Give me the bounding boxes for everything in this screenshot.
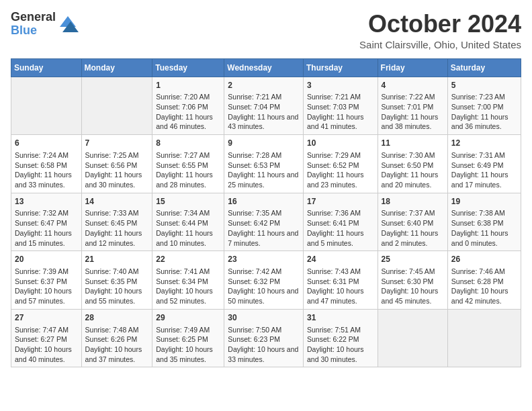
day-info: Sunrise: 7:41 AM <box>156 267 220 277</box>
day-info: Daylight: 11 hours and 23 minutes. <box>307 170 374 189</box>
calendar-cell: 11Sunrise: 7:30 AMSunset: 6:50 PMDayligh… <box>378 135 447 193</box>
day-info: Sunset: 6:56 PM <box>85 161 149 171</box>
day-info: Daylight: 11 hours and 5 minutes. <box>307 228 374 248</box>
day-info: Sunrise: 7:22 AM <box>382 92 444 102</box>
day-info: Daylight: 11 hours and 25 minutes. <box>228 170 300 189</box>
day-number: 8 <box>156 138 220 149</box>
day-info: Sunset: 6:22 PM <box>307 334 374 345</box>
day-number: 9 <box>228 138 300 149</box>
day-info: Sunrise: 7:27 AM <box>156 150 220 161</box>
calendar-cell: 26Sunrise: 7:46 AMSunset: 6:28 PMDayligh… <box>447 251 521 310</box>
day-info: Sunset: 6:55 PM <box>156 161 220 171</box>
day-number: 17 <box>307 196 374 208</box>
day-number: 5 <box>451 80 517 91</box>
day-number: 29 <box>156 312 220 324</box>
day-number: 31 <box>307 312 374 324</box>
day-info: Sunset: 7:00 PM <box>451 102 517 112</box>
day-info: Daylight: 10 hours and 57 minutes. <box>15 286 78 306</box>
day-info: Sunrise: 7:43 AM <box>307 267 374 277</box>
calendar-week-row: 6Sunrise: 7:24 AMSunset: 6:58 PMDaylight… <box>11 135 521 193</box>
calendar-week-row: 1Sunrise: 7:20 AMSunset: 7:06 PMDaylight… <box>11 77 521 135</box>
day-number: 24 <box>307 254 374 265</box>
day-info: Sunset: 6:41 PM <box>307 218 374 228</box>
weekday-header: Tuesday <box>152 58 224 77</box>
day-info: Sunset: 6:53 PM <box>228 161 300 171</box>
day-info: Daylight: 11 hours and 30 minutes. <box>85 170 149 189</box>
day-info: Sunset: 6:40 PM <box>382 218 444 228</box>
calendar-cell <box>447 309 521 367</box>
day-number: 28 <box>85 312 149 324</box>
day-number: 6 <box>15 138 78 149</box>
day-info: Daylight: 10 hours and 30 minutes. <box>307 345 374 364</box>
calendar-cell: 3Sunrise: 7:21 AMSunset: 7:03 PMDaylight… <box>303 77 378 135</box>
day-info: Sunrise: 7:23 AM <box>451 92 517 102</box>
day-info: Daylight: 11 hours and 2 minutes. <box>382 228 444 248</box>
day-info: Sunrise: 7:32 AM <box>15 208 78 218</box>
calendar-cell: 15Sunrise: 7:34 AMSunset: 6:44 PMDayligh… <box>152 193 224 251</box>
day-info: Daylight: 11 hours and 17 minutes. <box>451 170 517 189</box>
day-info: Daylight: 10 hours and 37 minutes. <box>85 345 149 364</box>
day-number: 25 <box>382 254 444 265</box>
calendar-cell: 22Sunrise: 7:41 AMSunset: 6:34 PMDayligh… <box>152 251 224 310</box>
day-info: Sunrise: 7:29 AM <box>307 150 374 161</box>
calendar-week-row: 20Sunrise: 7:39 AMSunset: 6:37 PMDayligh… <box>11 251 521 310</box>
day-info: Sunrise: 7:50 AM <box>228 325 300 335</box>
day-info: Daylight: 10 hours and 47 minutes. <box>307 286 374 306</box>
calendar-cell: 20Sunrise: 7:39 AMSunset: 6:37 PMDayligh… <box>11 251 82 310</box>
weekday-header-row: SundayMondayTuesdayWednesdayThursdayFrid… <box>11 58 521 77</box>
calendar-cell: 30Sunrise: 7:50 AMSunset: 6:23 PMDayligh… <box>224 309 304 367</box>
page-header: GeneralBlue October 2024 Saint Clairsvil… <box>11 11 521 50</box>
day-info: Sunrise: 7:37 AM <box>382 208 444 218</box>
day-info: Sunrise: 7:34 AM <box>156 208 220 218</box>
day-info: Daylight: 10 hours and 33 minutes. <box>228 345 300 364</box>
day-info: Daylight: 11 hours and 15 minutes. <box>15 228 78 248</box>
logo-icon <box>57 13 79 35</box>
day-info: Sunrise: 7:45 AM <box>382 267 444 277</box>
day-info: Sunrise: 7:51 AM <box>307 325 374 335</box>
weekday-header: Monday <box>81 58 152 77</box>
calendar-cell: 27Sunrise: 7:47 AMSunset: 6:27 PMDayligh… <box>11 309 82 367</box>
calendar-cell: 31Sunrise: 7:51 AMSunset: 6:22 PMDayligh… <box>303 309 378 367</box>
day-info: Sunset: 6:25 PM <box>156 334 220 345</box>
day-info: Sunrise: 7:21 AM <box>307 92 374 102</box>
day-number: 16 <box>228 196 300 208</box>
day-info: Sunrise: 7:36 AM <box>307 208 374 218</box>
day-info: Daylight: 11 hours and 10 minutes. <box>156 228 220 248</box>
day-info: Daylight: 11 hours and 0 minutes. <box>451 228 517 248</box>
day-info: Sunset: 6:31 PM <box>307 277 374 287</box>
calendar-cell: 5Sunrise: 7:23 AMSunset: 7:00 PMDaylight… <box>447 77 521 135</box>
day-info: Sunrise: 7:49 AM <box>156 325 220 335</box>
day-info: Sunset: 6:44 PM <box>156 218 220 228</box>
day-info: Daylight: 10 hours and 42 minutes. <box>451 286 517 306</box>
day-info: Sunset: 6:34 PM <box>156 277 220 287</box>
day-number: 7 <box>85 138 149 149</box>
day-info: Sunset: 6:42 PM <box>228 218 300 228</box>
day-info: Sunset: 6:50 PM <box>382 161 444 171</box>
day-info: Daylight: 10 hours and 45 minutes. <box>382 286 444 306</box>
logo: GeneralBlue <box>11 11 79 38</box>
calendar-cell: 16Sunrise: 7:35 AMSunset: 6:42 PMDayligh… <box>224 193 304 251</box>
day-number: 20 <box>15 254 78 265</box>
day-info: Daylight: 11 hours and 46 minutes. <box>156 112 220 132</box>
weekday-header: Wednesday <box>224 58 304 77</box>
day-info: Sunset: 6:49 PM <box>451 161 517 171</box>
weekday-header: Sunday <box>11 58 82 77</box>
day-info: Sunrise: 7:24 AM <box>15 150 78 161</box>
month-title: October 2024 <box>359 11 521 38</box>
day-info: Daylight: 11 hours and 41 minutes. <box>307 112 374 132</box>
calendar-cell: 9Sunrise: 7:28 AMSunset: 6:53 PMDaylight… <box>224 135 304 193</box>
calendar-table: SundayMondayTuesdayWednesdayThursdayFrid… <box>11 58 521 368</box>
day-info: Sunrise: 7:48 AM <box>85 325 149 335</box>
day-info: Sunrise: 7:30 AM <box>382 150 444 161</box>
calendar-cell: 4Sunrise: 7:22 AMSunset: 7:01 PMDaylight… <box>378 77 447 135</box>
day-info: Sunrise: 7:40 AM <box>85 267 149 277</box>
day-info: Sunrise: 7:33 AM <box>85 208 149 218</box>
calendar-cell <box>11 77 82 135</box>
day-info: Daylight: 11 hours and 20 minutes. <box>382 170 444 189</box>
day-number: 22 <box>156 254 220 265</box>
calendar-cell: 10Sunrise: 7:29 AMSunset: 6:52 PMDayligh… <box>303 135 378 193</box>
weekday-header: Friday <box>378 58 447 77</box>
location: Saint Clairsville, Ohio, United States <box>359 39 521 50</box>
day-info: Daylight: 11 hours and 28 minutes. <box>156 170 220 189</box>
day-info: Daylight: 11 hours and 43 minutes. <box>228 112 300 132</box>
